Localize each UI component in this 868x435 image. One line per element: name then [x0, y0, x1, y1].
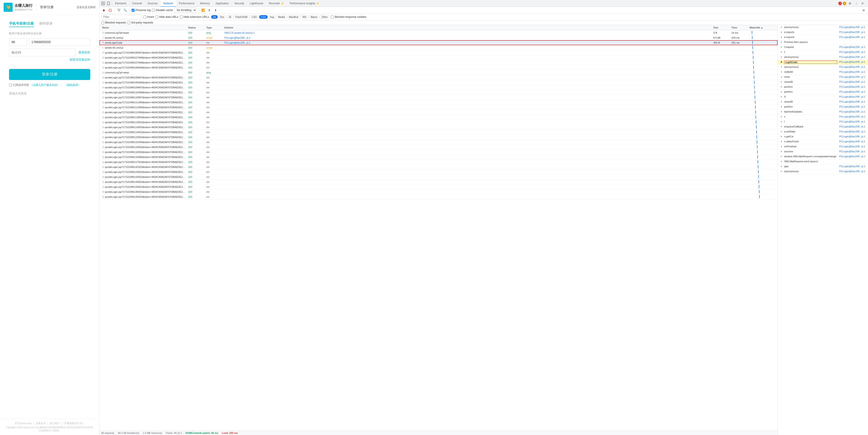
table-row[interactable]: ◇ qcodeLogin.jsp?17101996109496&token=46…: [99, 80, 778, 85]
upload-icon-button[interactable]: ⬆: [207, 8, 212, 13]
table-row[interactable]: ◇ qcodeLogin.jsp?17101996106097&token=46…: [99, 50, 778, 55]
devtools-inspect-icon[interactable]: [100, 1, 106, 6]
stack-source[interactable]: PCLogin@6ac20ff...js:1: [839, 125, 865, 128]
table-row[interactable]: ◇ qcodeLogin.jsp?17101996109997&token=46…: [99, 85, 778, 90]
table-row[interactable]: ◇ qcodeLogin.jsp?17101996115002&token=46…: [99, 135, 778, 140]
filter-input[interactable]: [101, 15, 142, 19]
table-row[interactable]: ◇ qcodeLogin.jsp?17101996107499&token=46…: [99, 55, 778, 60]
blocked-cookies-checkbox[interactable]: [331, 15, 334, 19]
stack-source[interactable]: PCLogin@6ac20ff...js:1: [839, 56, 865, 58]
blocked-requests-label[interactable]: Blocked requests: [101, 21, 126, 24]
blocked-requests-checkbox[interactable]: [101, 21, 104, 24]
table-row[interactable]: ◇ qcodeLogin.jsp?17101996113003&token=46…: [99, 115, 778, 120]
table-row[interactable]: ◇ qmark.h5.umd.js 200 script: [99, 45, 778, 50]
settings-network-button[interactable]: ⚙: [861, 8, 866, 13]
stack-source[interactable]: PCLogin@6ac20ff...js:1: [839, 95, 865, 98]
filter-all[interactable]: All: [211, 15, 218, 19]
table-row[interactable]: ◇ qmark.h5.umd.js 200 script PCLogin@6ac…: [99, 35, 778, 40]
table-row[interactable]: ◇ qcodeLogin.jsp?17101996111499&token=46…: [99, 100, 778, 105]
filter-wasm[interactable]: Wasm: [309, 15, 319, 19]
footer-report[interactable]: "严重违规失信"专...: [63, 422, 85, 425]
voice-code-link[interactable]: 获取语音验证码: [70, 58, 90, 62]
stack-source[interactable]: PCLogin@6ac20ff...js:1: [839, 36, 865, 38]
tab-phone-login[interactable]: 手机号登录/注册: [9, 22, 34, 27]
resend-button[interactable]: 重新获取: [79, 51, 90, 55]
stack-source[interactable]: PCLogin@6ac20ff...js:1: [839, 70, 865, 73]
tab-sources[interactable]: Sources: [145, 0, 160, 7]
table-row[interactable]: ◇ commonLog?pt=www 200 ping: [99, 70, 778, 75]
filter-font[interactable]: Font: [259, 15, 268, 19]
tab-performance[interactable]: Performance: [176, 0, 197, 7]
filter-other[interactable]: Other: [320, 15, 330, 19]
stack-source[interactable]: PCLogin@6ac20ff...js:1: [839, 100, 865, 103]
col-name[interactable]: Name: [101, 26, 187, 29]
filter-manifest[interactable]: Manifest: [287, 15, 300, 19]
clear-button[interactable]: 🚫: [107, 8, 113, 13]
accessibility-link[interactable]: 适老化及无障碍: [76, 5, 96, 9]
settings-button[interactable]: ⚙: [847, 1, 852, 6]
table-row[interactable]: ◇ qcodeLogin.jsp?17101996116002&token=46…: [99, 145, 778, 149]
table-row[interactable]: ◇ qcodeLogin.jsp?17101996145003&token=46…: [99, 189, 778, 194]
filter-img[interactable]: Img: [268, 15, 276, 19]
preserve-log-checkbox[interactable]: [132, 9, 134, 12]
table-row[interactable]: ◇ qcodeLogin.jsp?17101996108997&token=46…: [99, 75, 778, 80]
table-row[interactable]: ◇ qcodeLogin.jsp?17101996113502&token=46…: [99, 120, 778, 125]
filter-fetch-xhr[interactable]: Fetch/XHR: [234, 15, 249, 19]
tab-password-login[interactable]: 密码登录: [39, 22, 53, 27]
stack-source[interactable]: PCLogin@6ac20ff...js:1: [839, 105, 865, 108]
tab-elements[interactable]: Elements: [112, 0, 129, 7]
disable-cache-checkbox[interactable]: [152, 9, 155, 12]
col-initiator[interactable]: Initiator: [223, 26, 712, 29]
service-terms-link[interactable]: 《去哪儿用户服务协议》: [30, 83, 60, 87]
table-row[interactable]: ◇ qcodeLogin.jsp?17101996117503&token=46…: [99, 160, 778, 165]
throttle-select[interactable]: No throttling: [174, 8, 197, 13]
filter-js[interactable]: JS: [226, 15, 233, 19]
invert-label[interactable]: Invert: [143, 15, 154, 19]
table-row[interactable]: ◇ qcodeLogin.jsp?17101996145503&token=46…: [99, 194, 778, 199]
stack-source[interactable]: PCLogin@6ac20ff...js:1: [839, 51, 865, 53]
filter-icon-button[interactable]: [117, 8, 121, 13]
tab-memory[interactable]: Memory: [197, 0, 213, 7]
disable-cache-label[interactable]: Disable cache: [152, 9, 173, 12]
table-row[interactable]: ◇ qcodeLogin.jsp?17101996107998&token=46…: [99, 60, 778, 65]
stack-source[interactable]: PCLogin@6ac20ff...js:1: [839, 120, 865, 123]
stack-source[interactable]: PCLogin@6ac20ff...js:1: [839, 155, 865, 158]
stack-source[interactable]: PCLogin@6ac20ff...js:1: [839, 61, 865, 63]
stack-source[interactable]: PCLogin@6ac20ff...js:1: [839, 115, 865, 118]
filter-media[interactable]: Media: [276, 15, 287, 19]
devtools-device-icon[interactable]: [106, 1, 111, 6]
stack-source[interactable]: PCLogin@6ac20ff...js:1: [839, 145, 865, 148]
table-row[interactable]: ◇ qcodeLogin.jsp?17101996116996&token=46…: [99, 155, 778, 160]
close-devtools-button[interactable]: ✕: [860, 1, 865, 6]
record-button[interactable]: ⏺: [101, 8, 106, 13]
table-row[interactable]: ◇ qcodeLogin.jsp?17101996116500&token=46…: [99, 149, 778, 155]
stack-source[interactable]: PCLogin@6ac20ff...js:1: [839, 90, 865, 93]
stack-source[interactable]: PCLogin@6ac20ff...js:1: [839, 46, 865, 48]
stack-source[interactable]: PCLogin@6ac20ff...js:1: [839, 80, 865, 83]
col-time[interactable]: Time: [731, 26, 749, 29]
hide-data-label[interactable]: Hide data URLs: [155, 15, 178, 19]
phone-input[interactable]: [29, 38, 90, 46]
tab-perf-insights[interactable]: Performance insights ⚡: [287, 0, 322, 7]
filter-css[interactable]: CSS: [250, 15, 259, 19]
footer-business[interactable]: 业务合作: [36, 422, 46, 425]
footer-join[interactable]: 加入我们: [50, 422, 59, 425]
table-row[interactable]: ◇ qcodeLogin.jsp?17101996144003&token=46…: [99, 179, 778, 185]
stack-source[interactable]: PCLogin@6ac20ff...js:1: [839, 75, 865, 78]
table-row[interactable]: ◇ qcodeLogin.jsp?17101996143502&token=46…: [99, 174, 778, 179]
stack-source[interactable]: PCLogin@6ac20ff...js:1: [839, 86, 865, 88]
stack-source[interactable]: PCLogin@6ac20ff...js:1: [839, 135, 865, 138]
tab-application[interactable]: Application: [213, 0, 232, 7]
hide-data-checkbox[interactable]: [155, 15, 158, 19]
table-row[interactable]: ◇ qcodeLogin.jsp?17101996110997&token=46…: [99, 95, 778, 100]
more-options-button[interactable]: ⋮: [854, 1, 859, 6]
hide-ext-checkbox[interactable]: [180, 15, 183, 19]
table-row[interactable]: ◇ commonLog?pt=www 200 ping VM1175 qmark…: [99, 30, 778, 35]
verification-code-input[interactable]: [9, 48, 76, 56]
stack-source[interactable]: PCLogin@6ac20ff...js:1: [839, 66, 865, 68]
col-waterfall[interactable]: Waterfall ▲: [749, 26, 776, 29]
filter-ws[interactable]: WS: [301, 15, 308, 19]
third-party-checkbox[interactable]: [127, 21, 130, 24]
footer-about[interactable]: 关于Qunar.com: [15, 422, 32, 425]
stack-source[interactable]: PCLogin@6ac20ff...js:1: [839, 110, 865, 113]
